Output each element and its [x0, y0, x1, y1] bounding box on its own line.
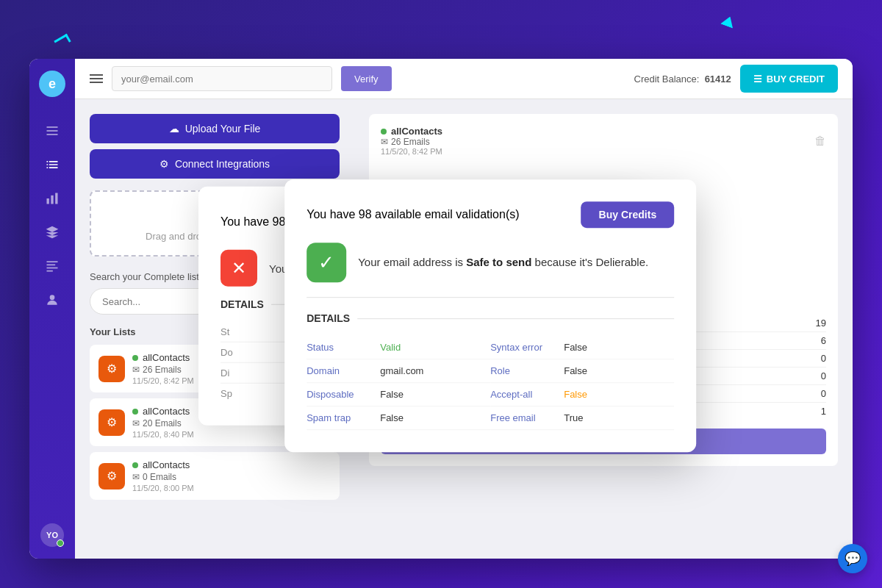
list-name: allContacts: [143, 406, 190, 417]
svg-rect-9: [47, 270, 53, 272]
detail-value: gmail.com: [380, 365, 423, 376]
modal-foreground: You have 98 available email validation(s…: [284, 179, 696, 452]
delete-icon[interactable]: 🗑: [814, 135, 826, 148]
plug-icon: ⚙: [159, 158, 169, 170]
list-date: 11/5/20, 8:00 PM: [132, 484, 331, 492]
detail-row-accept-all: Accept-all False: [490, 383, 674, 406]
detail-value: Valid: [380, 342, 401, 353]
list-card-header: allContacts ✉ 26 Emails 11/5/20, 8:42 PM…: [381, 126, 826, 156]
sidebar-item-person[interactable]: [42, 290, 62, 310]
list-status-dot: [132, 462, 138, 468]
check-icon: ✓: [306, 243, 346, 282]
list-icon-hubspot: ⚙: [98, 463, 125, 490]
list-icon-hubspot: ⚙: [98, 409, 125, 436]
sidebar-user-avatar[interactable]: YO: [40, 523, 64, 547]
detail-value: False: [564, 389, 587, 400]
modal-details-title: DETAILS: [306, 312, 674, 324]
list-card-name: allContacts: [391, 126, 442, 137]
buy-credit-button[interactable]: ☰ BUY CREDIT: [740, 65, 838, 93]
modal-result-text: Your email address is Safe to send becau…: [358, 254, 648, 271]
list-card-dot: [381, 129, 387, 135]
topbar-menu-icon[interactable]: [90, 74, 103, 83]
detail-row-free: Free email True: [490, 406, 674, 430]
topbar: Verify Credit Balance: 61412 ☰ BUY CREDI…: [75, 59, 853, 99]
detail-row-spam: Spam trap False: [306, 406, 490, 430]
detail-row-syntax: Syntax error False: [490, 336, 674, 359]
sidebar-item-menu[interactable]: [42, 121, 62, 141]
detail-value: False: [564, 342, 587, 353]
svg-rect-0: [47, 126, 58, 128]
modal-fg-buy-button[interactable]: Buy Credits: [581, 201, 675, 228]
list-name: allContacts: [143, 352, 190, 363]
detail-label: Role: [490, 365, 564, 376]
modal-bg-error-icon: ✕: [220, 250, 257, 287]
upload-section: ☁ Upload Your File ⚙ Connect Integration…: [90, 114, 340, 179]
svg-rect-6: [47, 261, 58, 262]
credit-value: 61412: [705, 74, 731, 85]
sidebar-nav: [42, 121, 62, 506]
detail-value: False: [380, 389, 404, 400]
credit-card-icon: ☰: [753, 74, 762, 85]
sidebar-item-lines[interactable]: [42, 256, 62, 276]
detail-label: Free email: [490, 412, 564, 423]
svg-rect-8: [47, 268, 58, 269]
sidebar-item-box[interactable]: [42, 222, 62, 243]
detail-label: Accept-all: [490, 389, 564, 400]
svg-rect-7: [47, 265, 56, 266]
deco-tl: [54, 34, 71, 49]
detail-value: False: [380, 412, 404, 423]
svg-rect-2: [47, 134, 58, 135]
list-card-date: 11/5/20, 8:42 PM: [381, 147, 442, 156]
detail-row-disposable: Disposable False: [306, 383, 490, 406]
list-name: allContacts: [143, 459, 190, 470]
svg-rect-5: [55, 193, 57, 204]
svg-rect-3: [47, 198, 49, 204]
app-logo[interactable]: e: [39, 71, 65, 97]
modal-fg-credits-text: You have 98 available email validation(s…: [306, 208, 519, 221]
upload-file-button[interactable]: ☁ Upload Your File: [90, 114, 340, 143]
detail-label: Domain: [306, 365, 380, 376]
detail-label: Status: [306, 342, 380, 353]
list-status-dot: [132, 355, 138, 361]
detail-label: Spam trap: [306, 412, 380, 423]
modal-fg-credits-bar: You have 98 available email validation(s…: [306, 201, 674, 228]
email-icon: ✉: [132, 472, 140, 482]
svg-rect-4: [51, 196, 53, 204]
deco-tr: [720, 14, 736, 28]
modal-result-row: ✓ Your email address is Safe to send bec…: [306, 243, 674, 282]
svg-point-10: [50, 295, 55, 300]
detail-label: Syntax error: [490, 342, 564, 353]
detail-value: True: [564, 412, 583, 423]
connect-integrations-button[interactable]: ⚙ Connect Integrations: [90, 149, 340, 179]
sidebar-item-chart[interactable]: [42, 188, 62, 209]
list-info: allContacts ✉ 0 Emails 11/5/20, 8:00 PM: [132, 459, 331, 492]
list-icon-hubspot: ⚙: [98, 356, 125, 382]
verify-button[interactable]: Verify: [341, 66, 392, 91]
svg-rect-1: [47, 130, 58, 132]
email-input[interactable]: [112, 66, 332, 91]
sidebar: e YO: [29, 59, 75, 559]
email-icon: ✉: [132, 365, 140, 375]
sidebar-item-checklist[interactable]: [42, 154, 62, 175]
detail-row-status: Status Valid: [306, 336, 490, 359]
list-status-dot: [132, 409, 138, 415]
upload-icon: ☁: [169, 123, 179, 135]
detail-row-domain: Domain gmail.com: [306, 359, 490, 383]
list-item[interactable]: ⚙ allContacts ✉ 0 Emails 11/5/20, 8:00 P…: [90, 452, 340, 500]
list-email-count: ✉ 0 Emails: [132, 472, 331, 482]
email-icon: ✉: [381, 137, 388, 147]
detail-value: False: [564, 365, 587, 376]
email-icon: ✉: [132, 418, 140, 429]
detail-row-role: Role False: [490, 359, 674, 383]
modal-details-grid: Status Valid Syntax error False Domain g…: [306, 336, 674, 430]
modal-divider: [306, 297, 674, 298]
chat-bubble[interactable]: 💬: [838, 544, 867, 573]
credit-balance-label: Credit Balance: 61412: [634, 74, 731, 85]
detail-label: Disposable: [306, 389, 380, 400]
